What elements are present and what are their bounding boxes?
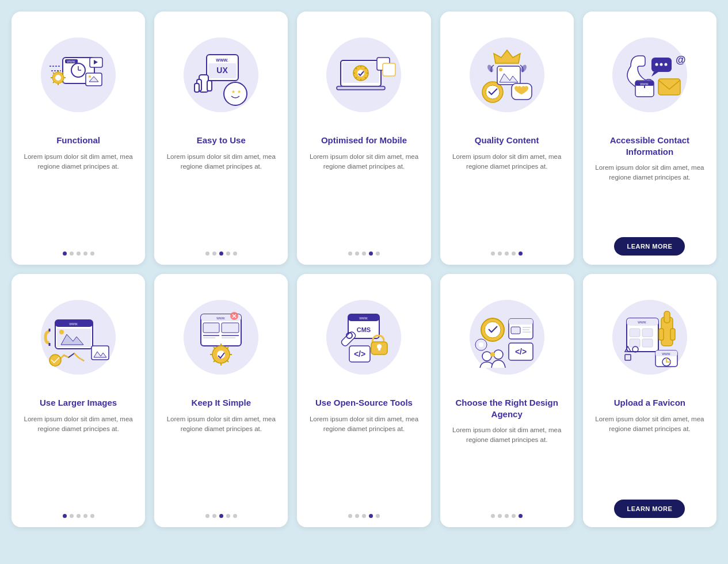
dot-3[interactable] (77, 514, 81, 518)
dot-4[interactable] (512, 251, 516, 256)
card-design-agency: </> Choose the Right Design Agency Lorem… (440, 274, 574, 527)
card-open-source-dots (348, 514, 380, 518)
card-quality-body: Lorem ipsum dolor sit dim amet, mea regi… (449, 152, 565, 244)
dot-5[interactable] (376, 514, 380, 518)
svg-rect-39 (337, 86, 385, 90)
card-quality: Quality Content Lorem ipsum dolor sit di… (440, 12, 574, 265)
svg-line-13 (53, 73, 54, 74)
svg-line-16 (53, 82, 54, 83)
dot-4[interactable] (226, 251, 230, 256)
dot-2[interactable] (355, 251, 359, 256)
card-mobile-body: Lorem ipsum dolor sit dim amet, mea regi… (306, 152, 421, 244)
svg-point-57 (655, 63, 658, 66)
dot-1[interactable] (348, 251, 352, 256)
dot-2[interactable] (498, 251, 502, 256)
card-grid: WWW. (12, 12, 716, 527)
card-easy-body: Lorem ipsum dolor sit dim amet, mea regi… (163, 152, 279, 244)
dot-4[interactable] (83, 514, 87, 518)
svg-point-8 (55, 75, 61, 81)
dot-2[interactable] (212, 514, 216, 518)
svg-text:WWW.: WWW. (360, 317, 368, 320)
svg-line-14 (62, 82, 63, 83)
card-favicon: WWW. WWW. (583, 274, 716, 527)
card-quality-icon (455, 23, 559, 127)
dot-1[interactable] (63, 514, 67, 518)
dot-3[interactable] (77, 251, 81, 256)
card-functional-title: Functional (56, 135, 100, 146)
card-larger-images-icon: WWW. (26, 285, 130, 389)
svg-point-124 (482, 352, 491, 361)
card-keep-simple-body: Lorem ipsum dolor sit dim amet, mea regi… (163, 414, 279, 506)
dot-2[interactable] (70, 251, 74, 256)
svg-text:WWW.: WWW. (67, 60, 75, 63)
card-larger-images: WWW. Us (12, 274, 145, 527)
svg-point-58 (660, 63, 662, 66)
dot-5[interactable] (90, 514, 94, 518)
dot-5[interactable] (376, 251, 380, 256)
svg-rect-117 (509, 319, 533, 325)
card-open-source: WWW. CMS </> Use Open-Source Tools Lorem… (297, 274, 430, 527)
dot-4[interactable] (369, 251, 373, 256)
dot-5[interactable] (519, 514, 523, 518)
dot-5[interactable] (519, 251, 523, 256)
svg-text:UX: UX (217, 66, 228, 75)
dot-5[interactable] (233, 251, 237, 256)
card-contact-body: Lorem ipsum dolor sit dim amet, mea regi… (592, 163, 707, 229)
card-favicon-body: Lorem ipsum dolor sit dim amet, mea regi… (592, 414, 707, 492)
card-functional-body: Lorem ipsum dolor sit dim amet, mea regi… (21, 152, 136, 244)
card-open-source-title: Use Open-Source Tools (315, 397, 413, 409)
card-quality-dots (491, 251, 523, 256)
svg-rect-41 (383, 63, 395, 76)
dot-1[interactable] (205, 251, 209, 256)
card-larger-images-title: Use Larger Images (40, 397, 117, 409)
dot-3[interactable] (219, 514, 223, 518)
svg-rect-133 (630, 329, 640, 337)
svg-rect-139 (670, 329, 675, 340)
card-larger-images-body: Lorem ipsum dolor sit dim amet, mea regi… (21, 414, 136, 506)
card-mobile-title: Optimised for Mobile (321, 135, 407, 146)
svg-rect-134 (642, 329, 653, 337)
dot-2[interactable] (498, 514, 502, 518)
svg-rect-140 (664, 311, 670, 323)
svg-text:WWW.: WWW. (69, 322, 78, 326)
svg-rect-136 (642, 339, 653, 347)
svg-point-126 (490, 352, 495, 357)
dot-3[interactable] (505, 251, 509, 256)
dot-1[interactable] (491, 514, 495, 518)
card-functional-icon: WWW. (26, 23, 130, 127)
svg-point-72 (59, 330, 64, 334)
svg-text:WWW.: WWW. (662, 352, 670, 356)
svg-text:WWW.: WWW. (216, 58, 228, 62)
svg-point-50 (499, 68, 502, 71)
dot-1[interactable] (63, 251, 67, 256)
card-design-agency-body: Lorem ipsum dolor sit dim amet, mea regi… (449, 425, 565, 506)
card-favicon-title: Upload a Favicon (614, 397, 685, 409)
card-easy-dots (205, 251, 237, 256)
svg-rect-60 (658, 79, 680, 95)
svg-point-125 (494, 350, 503, 359)
svg-text:CMS: CMS (357, 326, 371, 333)
dot-1[interactable] (205, 514, 209, 518)
dot-5[interactable] (233, 514, 237, 518)
dot-3[interactable] (219, 251, 223, 256)
dot-1[interactable] (348, 514, 352, 518)
card-functional-dots (63, 251, 94, 256)
svg-text:</>: </> (515, 347, 527, 356)
dot-4[interactable] (226, 514, 230, 518)
dot-3[interactable] (362, 514, 366, 518)
svg-text:@: @ (676, 54, 686, 66)
dot-4[interactable] (83, 251, 87, 256)
learn-more-button-1[interactable]: LEARN MORE (614, 237, 685, 256)
dot-4[interactable] (512, 514, 516, 518)
dot-5[interactable] (90, 251, 94, 256)
dot-3[interactable] (362, 251, 366, 256)
dot-3[interactable] (505, 514, 509, 518)
svg-line-15 (62, 73, 63, 74)
learn-more-button-2[interactable]: LEARN MORE (614, 500, 685, 518)
dot-2[interactable] (70, 514, 74, 518)
dot-4[interactable] (369, 514, 373, 518)
dot-1[interactable] (491, 251, 495, 256)
svg-rect-138 (659, 329, 664, 340)
dot-2[interactable] (212, 251, 216, 256)
dot-2[interactable] (355, 514, 359, 518)
